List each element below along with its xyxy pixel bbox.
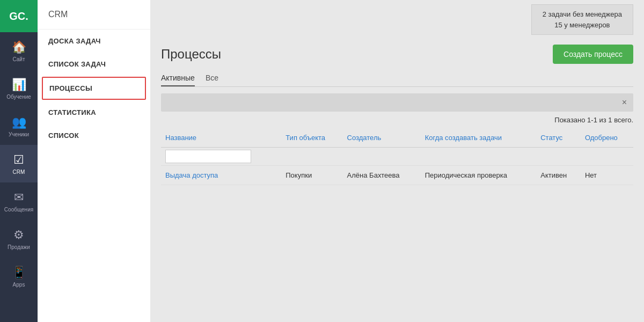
tab-активные[interactable]: Активные (161, 70, 195, 86)
col-when: Когда создавать задачи (421, 128, 537, 148)
sidebar-label-students: Ученики (9, 131, 29, 137)
main-content: 2 задачи без менеджера 15 у менеджеров П… (150, 0, 644, 322)
education-icon: 📊 (12, 78, 26, 92)
sidebar-label-messages: Сообщения (4, 207, 33, 213)
table-header: НазваниеТип объектаСоздательКогда создав… (161, 128, 633, 148)
sidebar-item-crm[interactable]: ☑CRM (0, 145, 38, 182)
sidebar-item-apps[interactable]: 📱Apps (0, 258, 38, 295)
crm-menu: CRM ДОСКА ЗАДАЧСПИСОК ЗАДАЧПРОЦЕССЫСТАТИ… (38, 0, 150, 322)
filter-approved-cell (581, 148, 633, 166)
table-row: Выдача доступаПокупкиАлёна БахтееваПерио… (161, 166, 633, 185)
data-table: НазваниеТип объектаСоздательКогда создав… (161, 128, 633, 185)
table-info: Показано 1-1 из 1 всего. (161, 116, 633, 124)
crm-icon: ☑ (13, 153, 24, 167)
crm-menu-item-statistics[interactable]: СТАТИСТИКА (38, 101, 150, 124)
sidebar-label-apps: Apps (13, 282, 25, 288)
page-title: Процессы (161, 47, 221, 62)
sidebar-label-site: Сайт (12, 56, 25, 62)
cell-creator: Алёна Бахтеева (343, 166, 421, 185)
col-creator: Создатель (343, 128, 421, 148)
sidebar-item-site[interactable]: 🏠Сайт (0, 32, 38, 70)
search-bar: × (161, 93, 633, 112)
filter-name-cell (161, 148, 281, 166)
table-body: Выдача доступаПокупкиАлёна БахтееваПерио… (161, 148, 633, 185)
site-icon: 🏠 (12, 40, 26, 54)
crm-menu-item-processes[interactable]: ПРОЦЕССЫ (42, 77, 146, 100)
tasks-info: 2 задачи без менеджера 15 у менеджеров (531, 4, 633, 35)
tab-все[interactable]: Все (206, 70, 218, 86)
sidebar-label-sales: Продажи (8, 244, 30, 250)
filter-name-input[interactable] (165, 150, 251, 163)
col-status: Статус (536, 128, 581, 148)
apps-icon: 📱 (12, 266, 26, 280)
sidebar-label-crm: CRM (13, 169, 25, 175)
page-header: Процессы Создать процесс (161, 39, 633, 64)
sidebar-item-education[interactable]: 📊Обучение (0, 70, 38, 107)
process-link[interactable]: Выдача доступа (165, 171, 218, 179)
filter-row (161, 148, 633, 166)
cell-approved: Нет (581, 166, 633, 185)
messages-icon: ✉ (14, 191, 24, 204)
sidebar-label-education: Обучение (6, 94, 31, 100)
crm-menu-title: CRM (38, 0, 150, 30)
crm-menu-item-list[interactable]: СПИСОК ЗАДАЧ (38, 53, 150, 76)
col-name: Название (161, 128, 281, 148)
cell-type: Покупки (281, 166, 342, 185)
top-bar: 2 задачи без менеджера 15 у менеджеров (150, 0, 644, 39)
col-type: Тип объекта (281, 128, 342, 148)
filter-status-cell (536, 148, 581, 166)
tabs: АктивныеВсе (161, 70, 633, 87)
tasks-line2: 15 у менеджеров (543, 20, 622, 31)
sidebar-item-sales[interactable]: ⚙Продажи (0, 220, 38, 258)
cell-status: Активен (536, 166, 581, 185)
create-process-button[interactable]: Создать процесс (553, 45, 633, 64)
filter-when-cell (421, 148, 537, 166)
search-close-icon[interactable]: × (622, 98, 627, 107)
logo[interactable]: GC. (0, 0, 38, 32)
col-approved: Одобрено (581, 128, 633, 148)
cell-name: Выдача доступа (161, 166, 281, 185)
students-icon: 👥 (12, 115, 26, 129)
tasks-line1: 2 задачи без менеджера (543, 9, 622, 20)
sidebar-item-students[interactable]: 👥Ученики (0, 107, 38, 145)
table-container: × Показано 1-1 из 1 всего. НазваниеТип о… (161, 93, 633, 311)
filter-type-cell (281, 148, 342, 166)
filter-creator-cell (343, 148, 421, 166)
icon-sidebar: GC. 🏠Сайт📊Обучение👥Ученики☑CRM✉Сообщения… (0, 0, 38, 322)
content-area: Процессы Создать процесс АктивныеВсе × П… (150, 39, 644, 322)
cell-when: Периодическая проверка (421, 166, 537, 185)
crm-menu-item-listview[interactable]: СПИСОК (38, 124, 150, 147)
logo-text: GC. (9, 10, 28, 23)
sidebar-item-messages[interactable]: ✉Сообщения (0, 182, 38, 220)
header-row: НазваниеТип объектаСоздательКогда создав… (161, 128, 633, 148)
sales-icon: ⚙ (13, 228, 24, 242)
crm-menu-item-board[interactable]: ДОСКА ЗАДАЧ (38, 30, 150, 53)
